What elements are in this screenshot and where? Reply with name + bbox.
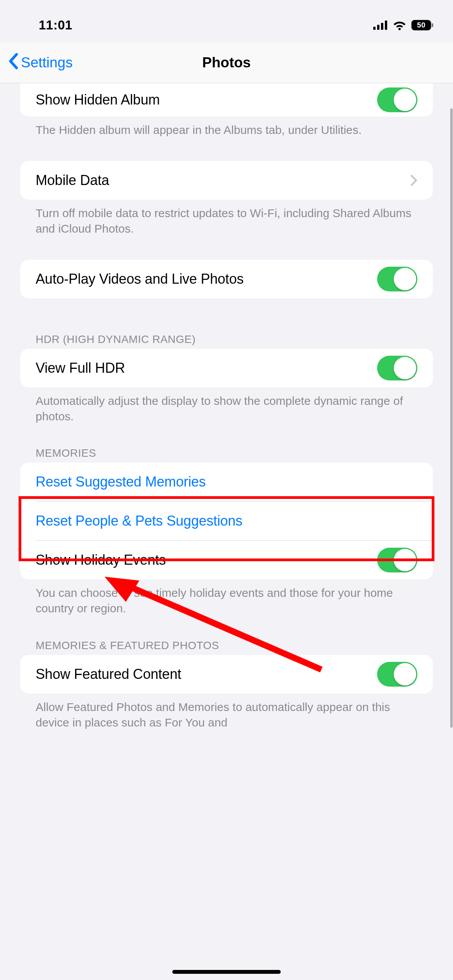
hdr-footer: Automatically adjust the display to show…: [20, 387, 433, 424]
mobile-data-footer: Turn off mobile data to restrict updates…: [20, 200, 433, 236]
featured-footer: Allow Featured Photos and Memories to au…: [20, 694, 433, 730]
back-label: Settings: [21, 55, 73, 71]
navigation-bar: Settings Photos: [0, 43, 453, 83]
content-scroll[interactable]: Show Hidden Album The Hidden album will …: [0, 83, 453, 980]
reset-memories-label: Reset Suggested Memories: [36, 474, 206, 490]
featured-label: Show Featured Content: [36, 666, 181, 682]
svg-rect-8: [432, 23, 433, 27]
show-hidden-album-row[interactable]: Show Hidden Album: [20, 83, 433, 117]
svg-rect-1: [377, 25, 379, 30]
memories-footer: You can choose to see timely holiday eve…: [20, 579, 433, 616]
reset-people-label: Reset People & Pets Suggestions: [36, 513, 242, 529]
featured-toggle[interactable]: [377, 662, 417, 687]
view-full-hdr-row[interactable]: View Full HDR: [20, 349, 433, 387]
chevron-right-icon: [410, 174, 417, 187]
show-hidden-album-label: Show Hidden Album: [36, 92, 160, 108]
status-bar: 11:01 50: [0, 0, 453, 43]
view-full-hdr-label: View Full HDR: [36, 360, 125, 376]
hdr-section-header: HDR (HIGH DYNAMIC RANGE): [20, 333, 433, 346]
battery-percent-label: 50: [411, 20, 431, 31]
svg-rect-0: [373, 27, 376, 30]
chevron-left-icon: [8, 53, 19, 73]
memories-section-header: MEMORIES: [20, 447, 433, 459]
autoplay-label: Auto-Play Videos and Live Photos: [36, 271, 244, 287]
holiday-row[interactable]: Show Holiday Events: [20, 541, 433, 579]
autoplay-toggle[interactable]: [377, 267, 417, 291]
page-title: Photos: [202, 55, 251, 71]
status-icons: 50: [373, 20, 434, 31]
svg-rect-2: [381, 23, 383, 30]
show-hidden-album-footer: The Hidden album will appear in the Albu…: [20, 117, 433, 138]
featured-section-header: MEMORIES & FEATURED PHOTOS: [20, 639, 433, 652]
scroll-indicator: [450, 108, 453, 728]
reset-people-row[interactable]: Reset People & Pets Suggestions: [20, 502, 433, 540]
mobile-data-row[interactable]: Mobile Data: [20, 161, 433, 200]
show-hidden-album-toggle[interactable]: [377, 87, 417, 112]
mobile-data-label: Mobile Data: [36, 172, 109, 188]
reset-memories-row[interactable]: Reset Suggested Memories: [20, 463, 433, 501]
view-full-hdr-toggle[interactable]: [377, 356, 417, 380]
status-time: 11:01: [39, 18, 72, 33]
featured-row[interactable]: Show Featured Content: [20, 655, 433, 694]
back-button[interactable]: Settings: [8, 53, 73, 73]
wifi-icon: [393, 20, 407, 30]
home-indicator: [172, 970, 281, 974]
svg-rect-3: [385, 21, 387, 30]
holiday-label: Show Holiday Events: [36, 552, 166, 568]
battery-icon: 50: [411, 20, 434, 31]
autoplay-row[interactable]: Auto-Play Videos and Live Photos: [20, 260, 433, 298]
svg-point-4: [398, 28, 401, 30]
cellular-signal-icon: [373, 21, 388, 30]
holiday-toggle[interactable]: [377, 548, 417, 572]
